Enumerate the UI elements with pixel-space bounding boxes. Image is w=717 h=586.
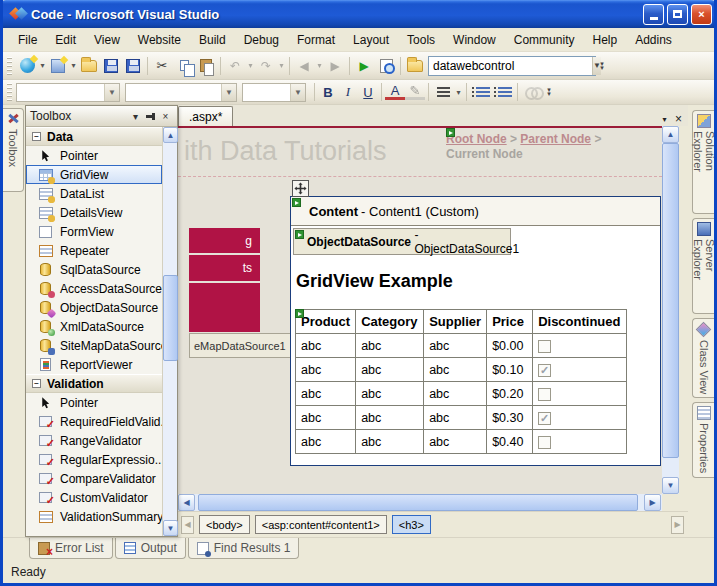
document-close-icon[interactable]: × <box>675 112 682 126</box>
menu-website[interactable]: Website <box>129 30 190 50</box>
toolbar-grip[interactable] <box>7 83 12 101</box>
tag-h3-button[interactable]: <h3> <box>392 515 431 534</box>
design-surface[interactable]: ith Data Tutorials Root Node > Parent No… <box>178 126 662 494</box>
toolbox-item-sitemapdatasource[interactable]: SiteMapDataSource <box>26 336 162 355</box>
underline-button[interactable]: U <box>358 85 378 100</box>
font-name-combo[interactable]: ▼ <box>125 83 237 102</box>
smart-tag-icon[interactable] <box>446 128 455 137</box>
toolbox-item-customvalidator[interactable]: CustomValidator <box>26 488 162 507</box>
toolbox-item-detailsview[interactable]: DetailsView <box>26 203 162 222</box>
font-color-button[interactable]: A <box>385 84 405 100</box>
open-file-button[interactable] <box>78 55 100 77</box>
redo-dropdown[interactable]: ▾ <box>277 61 286 70</box>
menu-file[interactable]: File <box>9 30 46 50</box>
toolbox-title-bar[interactable]: Toolbox ▾ × <box>26 106 177 127</box>
undo-button[interactable]: ↶ <box>224 55 246 77</box>
toolbox-item-formview[interactable]: FormView <box>26 222 162 241</box>
document-tab-aspx[interactable]: .aspx* <box>178 106 233 126</box>
objectdatasource-control[interactable]: ObjectDataSource - ObjectDataSource1 <box>293 228 511 255</box>
document-list-dropdown[interactable]: ▾ <box>660 115 669 124</box>
toolbox-item-pointer-validation[interactable]: Pointer <box>26 393 162 412</box>
scroll-down-button[interactable]: ▼ <box>662 477 679 494</box>
toolbox-item-validationsummary[interactable]: ValidationSummary <box>26 507 162 526</box>
toolbox-autohide-tab[interactable]: Toolbox <box>3 108 24 192</box>
menu-tools[interactable]: Tools <box>398 30 444 50</box>
view-in-browser-button[interactable] <box>375 55 397 77</box>
undo-dropdown[interactable]: ▾ <box>246 61 255 70</box>
start-debugging-button[interactable]: ▶ <box>353 55 375 77</box>
toolbox-item-requiredfieldvalidator[interactable]: RequiredFieldValid... <box>26 412 162 431</box>
toolbox-item-rangevalidator[interactable]: RangeValidator <box>26 431 162 450</box>
block-format-combo[interactable]: ▼ <box>16 83 120 102</box>
output-tab[interactable]: Output <box>115 538 186 559</box>
menu-help[interactable]: Help <box>583 30 626 50</box>
collapse-icon[interactable]: − <box>32 379 41 388</box>
menu-format[interactable]: Format <box>288 30 344 50</box>
toolbox-item-sqldatasource[interactable]: SqlDataSource <box>26 260 162 279</box>
menu-debug[interactable]: Debug <box>235 30 288 50</box>
toolbox-item-xmldatasource[interactable]: XmlDataSource <box>26 317 162 336</box>
properties-tab[interactable]: Properties <box>692 402 714 478</box>
numbered-list-button[interactable] <box>492 81 514 103</box>
toolbox-item-repeater[interactable]: Repeater <box>26 241 162 260</box>
redo-button[interactable]: ↷ <box>255 55 277 77</box>
toolbox-window-menu-icon[interactable]: ▾ <box>128 109 143 124</box>
add-new-item-button[interactable] <box>47 55 69 77</box>
scroll-left-button[interactable]: ◀ <box>178 494 195 511</box>
gridview-control[interactable]: Product Category Supplier Price Disconti… <box>295 309 627 454</box>
smart-tag-icon[interactable] <box>292 198 301 207</box>
toolbar-grip[interactable] <box>7 57 12 75</box>
menu-window[interactable]: Window <box>444 30 505 50</box>
toolbox-scroll-thumb[interactable] <box>163 275 178 361</box>
menu-edit[interactable]: Edit <box>46 30 85 50</box>
menu-layout[interactable]: Layout <box>344 30 398 50</box>
menu-view[interactable]: View <box>85 30 129 50</box>
toolbox-item-reportviewer[interactable]: ReportViewer <box>26 355 162 374</box>
solution-explorer-tab[interactable]: Solution Explorer <box>692 110 714 214</box>
move-handle[interactable] <box>292 180 309 197</box>
toolbox-item-pointer[interactable]: Pointer <box>26 146 162 165</box>
title-bar[interactable]: Code - Microsoft Visual Studio × <box>0 0 717 28</box>
toolbox-item-datalist[interactable]: DataList <box>26 184 162 203</box>
menu-addins[interactable]: Addins <box>626 30 681 50</box>
error-list-tab[interactable]: Error List <box>29 538 113 559</box>
smart-tag-icon[interactable] <box>295 309 304 318</box>
toolbox-item-accessdatasource[interactable]: AccessDataSource <box>26 279 162 298</box>
tag-body-button[interactable]: <body> <box>199 515 250 534</box>
find-in-files-button[interactable] <box>404 55 426 77</box>
italic-button[interactable]: I <box>338 84 358 100</box>
toolbox-section-validation[interactable]: − Validation <box>26 374 162 393</box>
sitemapdatasource-control[interactable]: eMapDataSource1 <box>189 333 305 358</box>
toolbox-item-objectdatasource[interactable]: ObjectDataSource <box>26 298 162 317</box>
toolbox-item-regularexpressionvalidator[interactable]: RegularExpressio... <box>26 450 162 469</box>
add-item-dropdown[interactable]: ▾ <box>69 61 78 70</box>
tag-scroll-left-button[interactable]: ◀ <box>181 516 194 534</box>
toolbox-pin-icon[interactable] <box>143 109 158 124</box>
horizontal-scroll-thumb[interactable] <box>198 494 638 511</box>
cut-button[interactable]: ✂ <box>151 55 173 77</box>
maximize-button[interactable] <box>667 4 688 25</box>
minimize-button[interactable] <box>643 4 664 25</box>
collapse-icon[interactable]: − <box>32 132 41 141</box>
font-size-combo[interactable]: ▼ <box>242 83 306 102</box>
server-explorer-tab[interactable]: Server Explorer <box>692 218 714 314</box>
vertical-scroll-thumb[interactable] <box>662 143 679 458</box>
bold-button[interactable]: B <box>318 85 338 100</box>
class-view-tab[interactable]: Class View <box>692 318 714 398</box>
smart-tag-icon[interactable] <box>295 230 304 239</box>
menu-build[interactable]: Build <box>190 30 235 50</box>
find-results-tab[interactable]: Find Results 1 <box>188 538 300 559</box>
toolbox-item-gridview[interactable]: GridView <box>26 165 162 184</box>
toolbox-scroll-down-button[interactable]: ▼ <box>163 520 178 536</box>
navigate-forward-button[interactable]: ▶ <box>324 55 346 77</box>
bullet-list-button[interactable] <box>470 81 492 103</box>
navigate-backward-button[interactable]: ◀ <box>293 55 315 77</box>
content-control[interactable]: Content - Content1 (Custom) ObjectDataSo… <box>290 196 661 466</box>
menu-community[interactable]: Community <box>505 30 584 50</box>
content-control-header[interactable]: Content - Content1 (Custom) <box>291 197 660 226</box>
tag-aspcontent-button[interactable]: <asp:content#content1> <box>255 515 387 534</box>
search-input[interactable] <box>429 59 592 73</box>
highlight-button[interactable]: ✎ <box>405 84 425 100</box>
hyperlink-button[interactable] <box>521 81 543 103</box>
paste-button[interactable] <box>195 55 217 77</box>
